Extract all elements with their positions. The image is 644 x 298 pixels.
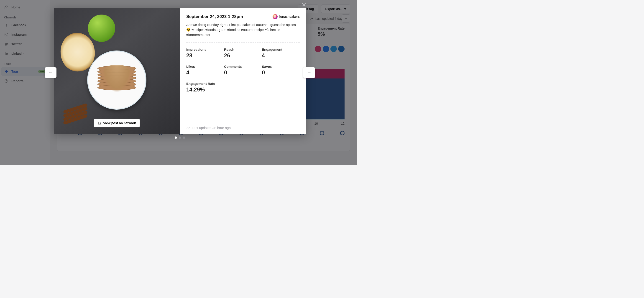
carousel-dot[interactable] [175, 136, 177, 139]
carousel-dots [175, 136, 185, 139]
stat-value: 4 [262, 52, 300, 59]
stat-value: 14.29% [186, 86, 224, 93]
stat-value: 26 [224, 52, 262, 59]
post-image: View post on network [54, 8, 180, 134]
post-date: September 24, 2023 1:28pm [186, 14, 243, 19]
stat-comments: Comments 0 [224, 65, 262, 76]
stat-engagement-rate: Engagement Rate 14.29% [186, 82, 224, 93]
modal-last-updated: Last updated an hour ago [186, 126, 300, 130]
decor-plate [87, 50, 146, 110]
svg-point-6 [274, 16, 275, 17]
view-post-on-network-button[interactable]: View post on network [94, 119, 140, 127]
stat-label: Impressions [186, 47, 224, 51]
decor-pancake-stack [98, 68, 136, 90]
separator [186, 42, 300, 42]
arrow-right-icon: → [307, 70, 311, 75]
post-detail-modal: View post on network September 24, 2023 … [54, 8, 306, 134]
account-name: lunasneakers [280, 15, 300, 18]
post-account[interactable]: lunasneakers [272, 14, 300, 19]
stat-reach: Reach 26 [224, 47, 262, 59]
instagram-icon [272, 14, 278, 19]
stat-label: Engagement Rate [186, 82, 224, 85]
post-info: September 24, 2023 1:28pm lunasneakers A… [180, 8, 306, 134]
stat-value: 4 [186, 69, 224, 76]
next-post-button[interactable]: → [303, 67, 315, 78]
post-caption: Are we doing Sunday right? First pancake… [186, 22, 300, 37]
trend-icon [186, 126, 190, 130]
decor-cinnamon [63, 107, 88, 125]
decor-apple-green [88, 14, 115, 42]
last-updated-text: Last updated an hour ago [192, 126, 231, 130]
arrow-left-icon: ← [48, 70, 52, 75]
prev-post-button[interactable]: ← [45, 67, 56, 78]
stat-saves: Saves 0 [262, 65, 300, 76]
external-link-icon [98, 121, 101, 125]
stat-label: Likes [186, 65, 224, 68]
stat-label: Comments [224, 65, 262, 68]
stat-impressions: Impressions 28 [186, 47, 224, 59]
stat-value: 0 [224, 69, 262, 76]
stat-value: 0 [262, 69, 300, 76]
stat-label: Engagement [262, 47, 300, 51]
stat-label: Reach [224, 47, 262, 51]
stats-grid: Impressions 28 Reach 26 Engagement 4 Lik… [186, 47, 300, 93]
carousel-dot[interactable] [179, 136, 181, 139]
stat-label: Saves [262, 65, 300, 68]
stat-likes: Likes 4 [186, 65, 224, 76]
button-label: View post on network [103, 121, 136, 125]
carousel-dot[interactable] [183, 136, 185, 139]
svg-point-7 [276, 16, 276, 16]
stat-value: 28 [186, 52, 224, 59]
stat-engagement: Engagement 4 [262, 47, 300, 59]
close-icon[interactable]: ✕ [302, 1, 306, 8]
